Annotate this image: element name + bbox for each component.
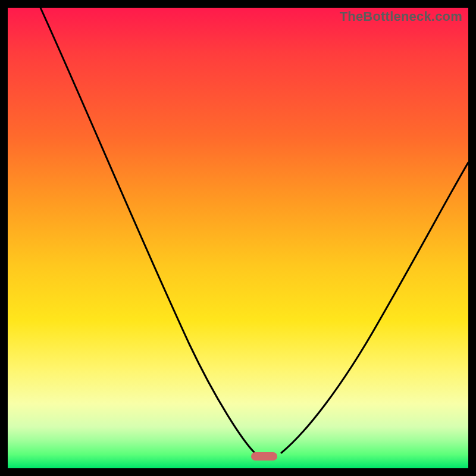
- chart-plot-area: TheBottleneck.com: [8, 8, 468, 468]
- curve-svg: [8, 8, 468, 468]
- bottleneck-marker: [251, 452, 277, 461]
- curve-left: [40, 8, 255, 453]
- curve-right: [281, 162, 468, 453]
- chart-frame: TheBottleneck.com: [0, 0, 476, 476]
